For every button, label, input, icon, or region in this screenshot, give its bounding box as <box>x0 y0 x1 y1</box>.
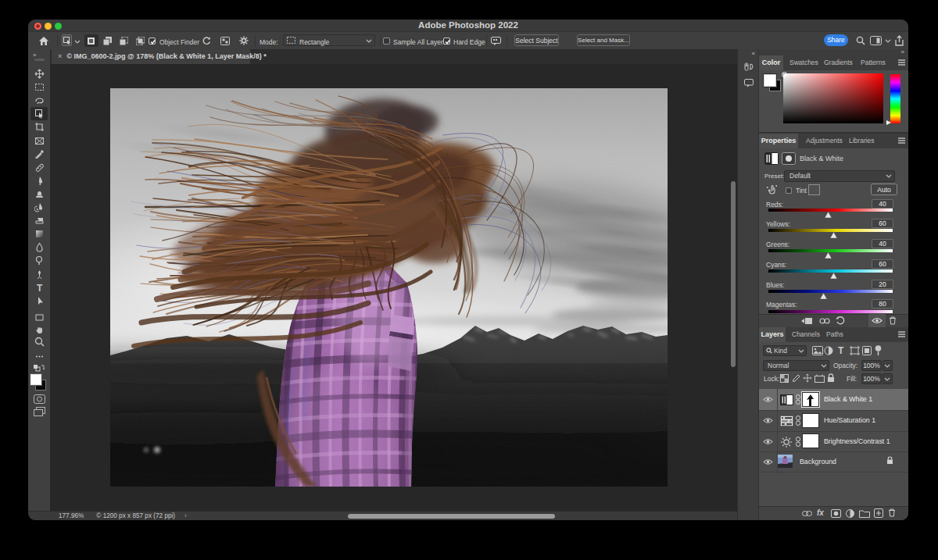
svg-text:T: T <box>37 283 43 293</box>
